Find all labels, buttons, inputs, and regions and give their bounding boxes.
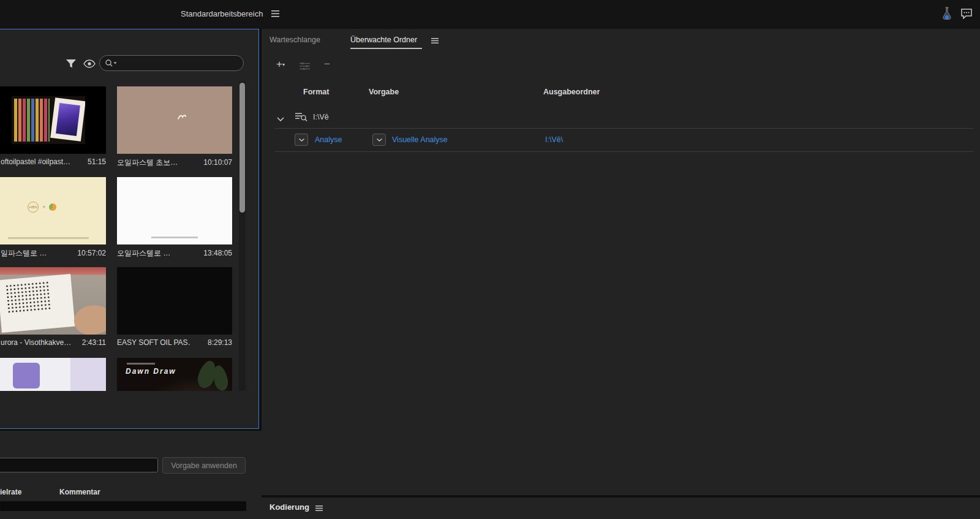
bird-sketch [177,113,187,123]
add-preset-button[interactable] [300,62,310,72]
active-tab-underline [350,48,422,49]
expand-chevron-icon[interactable] [277,115,284,123]
media-title: oftoilpastel #oilpast… [1,157,70,166]
media-tile[interactable] [0,358,106,391]
media-duration: 8:29:13 [208,338,232,347]
media-duration: 2:43:11 [82,338,106,347]
search-box[interactable] [99,55,244,71]
media-tile[interactable]: urora - Visothkakve… 2:43:11 [0,267,106,347]
watch-folder-row[interactable]: I:\Vē [262,108,980,128]
purple-object [13,363,40,388]
preset-dropdown[interactable] [372,134,386,146]
preset-value[interactable]: Visuelle Analyse [392,135,448,144]
format-value[interactable]: Analyse [315,135,342,144]
media-thumbnail[interactable] [0,358,106,391]
media-title: 일파스텔로 … [1,248,47,259]
eye-icon [83,59,96,68]
search-icon [105,59,118,67]
media-thumbnail[interactable] [0,267,106,335]
preset-apply-panel: Vorgabe anwenden ielrate Kommentar [0,431,262,519]
media-duration: 13:48:05 [203,249,232,257]
chevron-down-icon: ▾ [282,62,285,67]
media-duration: 51:15 [88,157,106,166]
media-tile[interactable]: Dawn Draw [117,358,232,391]
app-window: Standardarbeitsbereich [0,0,980,519]
feedback-chat-icon[interactable] [960,8,973,21]
list-row[interactable] [0,501,246,511]
chevron-down-icon [299,138,304,142]
thumbnail-text: Dawn Draw [126,367,176,376]
preset-search-input[interactable] [0,458,158,472]
tab-warteschlange[interactable]: Warteschlange [270,36,320,44]
column-header-format: Format [303,88,329,96]
media-tile[interactable]: 오일파스텔로 … 13:48:05 [117,177,232,259]
media-tile[interactable]: 오일파스텔 초보… 10:10:07 [117,86,232,168]
preset-row[interactable]: Analyse Visuelle Analyse I:\Vē\ [262,129,980,151]
media-browser-panel: oftoilpastel #oilpast… 51:15 오일파스텔 초보… 1… [0,29,259,429]
row-divider [275,151,973,152]
media-duration: 10:57:02 [77,249,106,257]
media-thumbnail[interactable] [117,267,232,335]
scrollbar-thumb[interactable] [239,83,245,213]
watch-folders-panel: Warteschlange Überwachte Ordner +▾ − For… [262,29,980,495]
column-header-ausgabeordner: Ausgabeordner [543,88,600,96]
workspace-title: Standardarbeitsbereich [181,9,263,18]
media-thumbnail[interactable] [117,177,232,244]
media-thumbnail[interactable] [0,86,106,154]
media-tile[interactable]: oftoilpastel #oilpast… 51:15 [0,86,106,166]
titlebar-actions [941,7,973,22]
chevron-down-icon [377,138,382,142]
media-thumbnail[interactable]: HBN+ [0,177,106,244]
panel-menu-icon[interactable] [315,504,323,513]
media-tile[interactable]: HBN+ 일파스텔로 … 10:57:02 [0,177,106,259]
preview-toggle-button[interactable] [83,58,96,70]
column-header-bitrate: ielrate [0,488,21,496]
media-tile[interactable]: EASY SOFT OIL PAS… 8:29:13 [117,267,232,347]
hand-drawing [71,301,106,335]
column-header-vorgabe: Vorgabe [369,88,399,96]
media-thumbnail[interactable] [117,86,232,154]
media-title: EASY SOFT OIL PAS… [117,338,190,347]
remove-button[interactable]: − [324,58,330,70]
media-title: 오일파스텔 초보… [117,157,178,168]
title-bar: Standardarbeitsbereich [0,0,980,28]
watch-folder-icon [295,112,307,124]
watch-folder-path: I:\Vē [313,113,329,121]
media-browser-toolbar [0,54,258,76]
sliders-icon [300,62,310,70]
watch-folders-toolbar: +▾ − [262,57,980,75]
media-title: urora - Visothkakve… [1,338,71,347]
media-title: 오일파스텔로 … [117,248,170,259]
search-input[interactable] [120,59,224,67]
beta-flask-icon[interactable] [941,7,953,22]
apply-preset-button[interactable]: Vorgabe anwenden [162,457,246,474]
encoding-panel: Kodierung [262,498,980,519]
panel-menu-icon[interactable] [431,37,439,45]
output-folder-value[interactable]: I:\Vē\ [545,135,563,144]
filter-button[interactable] [64,58,78,70]
media-grid-scrollbar[interactable] [239,81,246,391]
filter-icon [66,59,77,69]
encoding-panel-title: Kodierung [270,502,309,512]
format-dropdown[interactable] [295,134,308,146]
workspace-menu-icon[interactable] [271,10,279,19]
column-header-comment: Kommentar [59,488,100,496]
media-thumbnail[interactable]: Dawn Draw [117,358,232,391]
media-grid: oftoilpastel #oilpast… 51:15 오일파스텔 초보… 1… [0,81,238,391]
media-duration: 10:10:07 [203,158,232,167]
tab-ueberwachte-ordner[interactable]: Überwachte Ordner [350,36,417,44]
add-watch-folder-button[interactable]: +▾ [276,58,285,70]
